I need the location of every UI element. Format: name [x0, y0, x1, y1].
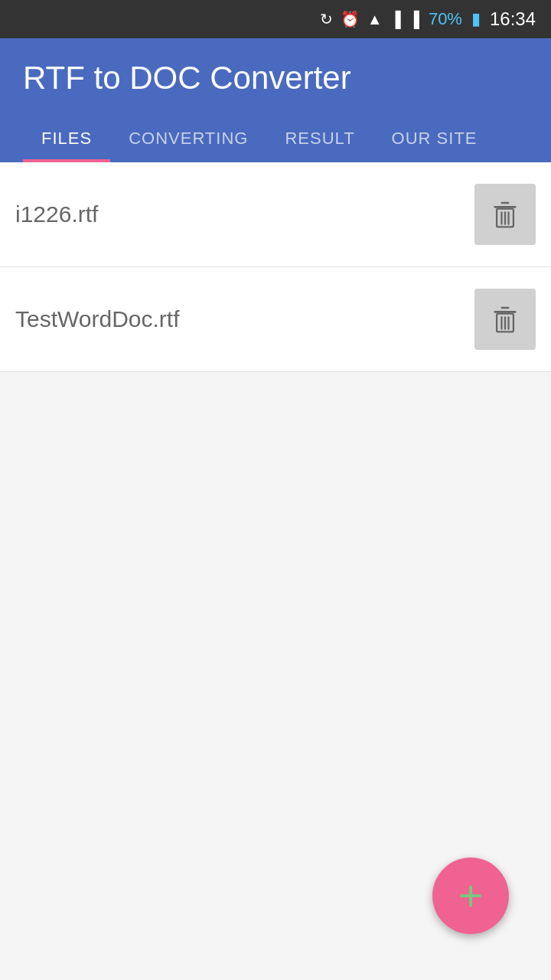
tab-files[interactable]: FILES [23, 115, 110, 162]
svg-rect-1 [501, 202, 510, 204]
tab-oursite[interactable]: OUR SITE [373, 115, 496, 162]
add-icon: + [458, 874, 484, 917]
wifi-icon: ▲ [367, 11, 383, 28]
file-name-2: TestWordDoc.rtf [15, 306, 180, 332]
file-list: i1226.rtf TestWordDoc.rtf [0, 162, 551, 372]
app-bar: RTF to DOC Converter FILES CONVERTING RE… [0, 38, 551, 162]
signal-icon: ▐ [390, 11, 401, 28]
battery-icon: ▮ [471, 9, 481, 29]
svg-rect-6 [494, 311, 516, 313]
delete-button-2[interactable] [474, 289, 536, 350]
svg-rect-7 [501, 307, 510, 309]
app-title: RTF to DOC Converter [23, 60, 528, 96]
file-item: i1226.rtf [0, 162, 551, 267]
alarm-icon: ⏰ [341, 10, 360, 28]
file-name: i1226.rtf [15, 201, 98, 227]
trash-icon-2 [491, 304, 519, 335]
status-time: 16:34 [490, 8, 536, 30]
tab-result[interactable]: RESULT [266, 115, 373, 162]
signal-icon-2: ▐ [409, 11, 419, 28]
svg-rect-0 [494, 206, 516, 208]
battery-percent: 70% [429, 9, 462, 29]
file-item-2: TestWordDoc.rtf [0, 267, 551, 372]
add-file-button[interactable]: + [432, 858, 509, 934]
tab-converting[interactable]: CONVERTING [110, 115, 266, 162]
content-area: i1226.rtf TestWordDoc.rtf [0, 162, 551, 851]
status-icons: ↻ ⏰ ▲ ▐ ▐ [320, 10, 419, 28]
status-bar: ↻ ⏰ ▲ ▐ ▐ 70% ▮ 16:34 [0, 0, 551, 38]
trash-icon-1 [491, 199, 519, 230]
rotate-icon: ↻ [320, 10, 333, 28]
tab-bar: FILES CONVERTING RESULT OUR SITE [23, 115, 528, 162]
delete-button-1[interactable] [474, 184, 536, 245]
